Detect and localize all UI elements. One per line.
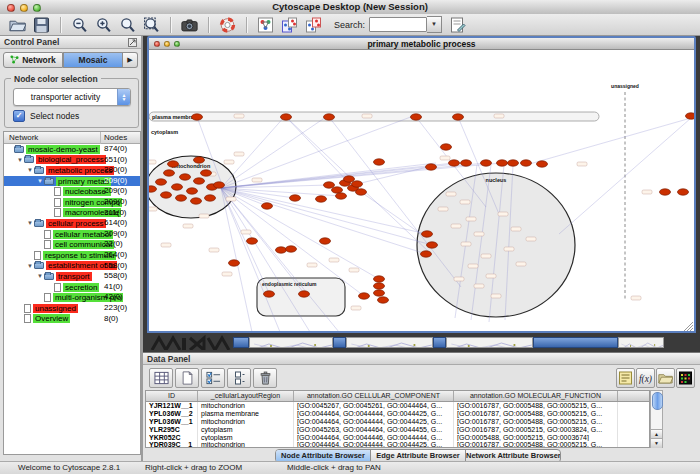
table-vertical-scrollbar[interactable]: ▲ ▼ bbox=[650, 390, 663, 448]
network-node[interactable] bbox=[374, 159, 385, 165]
table-row[interactable]: YJR121W__1mitochondrion[GO:0045267, GO:0… bbox=[146, 402, 649, 410]
network-node[interactable] bbox=[359, 293, 370, 299]
scroll-down-arrow[interactable]: ▼ bbox=[651, 438, 662, 448]
network-node[interactable] bbox=[352, 181, 363, 187]
network-node[interactable] bbox=[537, 161, 548, 167]
network-node[interactable] bbox=[378, 297, 389, 303]
unselect-attributes-icon[interactable] bbox=[227, 368, 251, 388]
network-node[interactable] bbox=[686, 113, 695, 119]
network-node[interactable] bbox=[180, 174, 191, 180]
network-node[interactable] bbox=[324, 182, 335, 188]
table-icon[interactable] bbox=[149, 368, 173, 388]
zoom-button[interactable] bbox=[174, 41, 180, 47]
network-node[interactable] bbox=[201, 170, 212, 176]
network-window-titlebar[interactable]: primary metabolic process bbox=[149, 38, 694, 50]
network-tool-icon-3[interactable] bbox=[302, 15, 324, 34]
minimized-window-titlebar[interactable] bbox=[433, 337, 446, 348]
attribute-editor-icon[interactable] bbox=[446, 15, 468, 34]
tab-network[interactable]: Network bbox=[3, 52, 63, 68]
tree-row[interactable]: cell communicat22(0) bbox=[4, 239, 140, 250]
help-icon[interactable] bbox=[216, 15, 238, 34]
network-node[interactable] bbox=[422, 231, 433, 237]
network-node[interactable] bbox=[262, 203, 273, 209]
tree-row[interactable]: secretion41(0) bbox=[4, 282, 140, 293]
minimized-window-titlebar[interactable] bbox=[333, 337, 346, 348]
network-node[interactable] bbox=[187, 188, 198, 194]
zoom-button[interactable] bbox=[33, 4, 41, 12]
delete-icon[interactable] bbox=[253, 368, 277, 388]
network-node[interactable] bbox=[356, 189, 367, 195]
tree-row[interactable]: ▼cellular process614(0) bbox=[4, 218, 140, 229]
network-node[interactable] bbox=[194, 178, 205, 184]
network-node[interactable] bbox=[344, 176, 355, 182]
network-node[interactable] bbox=[172, 184, 183, 190]
tree-row[interactable]: multi-organism pro42(0) bbox=[4, 292, 140, 303]
minimized-window-titlebar[interactable] bbox=[533, 337, 618, 348]
zoom-out-icon[interactable] bbox=[68, 15, 90, 34]
network-node[interactable] bbox=[411, 114, 422, 120]
table-row[interactable]: YKR052Ccytoplasm[GO:0044464, GO:0044446,… bbox=[146, 434, 649, 442]
network-node[interactable] bbox=[320, 238, 331, 244]
search-input[interactable] bbox=[369, 17, 427, 32]
select-nodes-checkbox[interactable]: ✓ bbox=[13, 110, 25, 122]
close-button[interactable] bbox=[154, 41, 160, 47]
collapse-arrow-icon[interactable]: ▼ bbox=[36, 178, 44, 184]
minimized-window-thumbnail[interactable] bbox=[346, 337, 433, 348]
table-row[interactable]: YPL036W__2plasma membrane[GO:0044464, GO… bbox=[146, 410, 649, 418]
network-node[interactable] bbox=[521, 160, 532, 166]
tree-row[interactable]: Overview8(0) bbox=[4, 314, 140, 325]
network-node[interactable] bbox=[316, 196, 327, 202]
network-node[interactable] bbox=[453, 114, 464, 120]
network-node[interactable] bbox=[194, 157, 205, 163]
network-node[interactable] bbox=[164, 170, 175, 176]
collapse-arrow-icon[interactable]: ▼ bbox=[26, 167, 34, 173]
network-tool-icon-2[interactable] bbox=[278, 15, 300, 34]
column-header[interactable]: ID bbox=[146, 391, 198, 401]
tree-row[interactable]: macromolecule311(0) bbox=[4, 208, 140, 219]
network-node[interactable] bbox=[214, 182, 225, 188]
network-node[interactable] bbox=[497, 160, 508, 166]
select-attributes-icon[interactable] bbox=[201, 368, 225, 388]
network-node[interactable] bbox=[286, 246, 297, 252]
zoom-fit-icon[interactable] bbox=[140, 15, 162, 34]
notes-icon[interactable] bbox=[616, 368, 635, 388]
network-node[interactable] bbox=[205, 195, 216, 201]
open-icon[interactable] bbox=[6, 15, 28, 34]
network-node[interactable] bbox=[660, 189, 671, 195]
network-node[interactable] bbox=[441, 144, 452, 150]
network-node[interactable] bbox=[299, 291, 310, 297]
snapshot-icon[interactable] bbox=[178, 15, 200, 34]
network-node[interactable] bbox=[176, 195, 187, 201]
minimize-button[interactable] bbox=[164, 41, 170, 47]
collapse-arrow-icon[interactable]: ▼ bbox=[26, 220, 34, 226]
tree-row[interactable]: ▼establishment of lo558(0) bbox=[4, 261, 140, 272]
matrix-icon[interactable] bbox=[676, 368, 695, 388]
network-node[interactable] bbox=[374, 276, 385, 282]
tree-row[interactable]: ▼transport558(0) bbox=[4, 271, 140, 282]
close-button[interactable] bbox=[7, 4, 15, 12]
network-node[interactable] bbox=[427, 242, 438, 248]
tab-mosaic[interactable]: Mosaic bbox=[63, 52, 123, 68]
network-canvas[interactable]: plasma membranecytoplasmmitochondrionnuc… bbox=[149, 50, 694, 331]
tree-row[interactable]: mosaic-demo-yeast874(0) bbox=[4, 144, 140, 155]
network-node[interactable] bbox=[461, 160, 472, 166]
network-node[interactable] bbox=[426, 164, 437, 170]
network-node[interactable] bbox=[156, 179, 167, 185]
table-row[interactable]: YLR295Ccytoplasm[GO:0045263, GO:0044464,… bbox=[146, 426, 649, 434]
network-node[interactable] bbox=[481, 160, 492, 166]
collapse-arrow-icon[interactable]: ▼ bbox=[26, 263, 34, 269]
network-node[interactable] bbox=[421, 251, 432, 257]
zoom-selected-icon[interactable] bbox=[116, 15, 138, 34]
column-header[interactable]: annotation.GO MOLECULAR_FUNCTION bbox=[454, 391, 618, 401]
new-document-icon[interactable] bbox=[175, 368, 199, 388]
network-node[interactable] bbox=[276, 247, 287, 253]
network-node[interactable] bbox=[508, 160, 519, 166]
node-color-dropdown[interactable]: transporter activity ▲▼ bbox=[13, 88, 131, 106]
network-node[interactable] bbox=[332, 187, 343, 193]
minimized-network-glyph[interactable] bbox=[150, 335, 232, 350]
network-tool-icon-1[interactable] bbox=[254, 15, 276, 34]
network-node[interactable] bbox=[336, 193, 347, 199]
minimized-window-thumbnail[interactable] bbox=[618, 337, 664, 348]
network-node[interactable] bbox=[678, 189, 689, 195]
tree-row[interactable]: ▼primary metab209(0) bbox=[4, 176, 140, 187]
